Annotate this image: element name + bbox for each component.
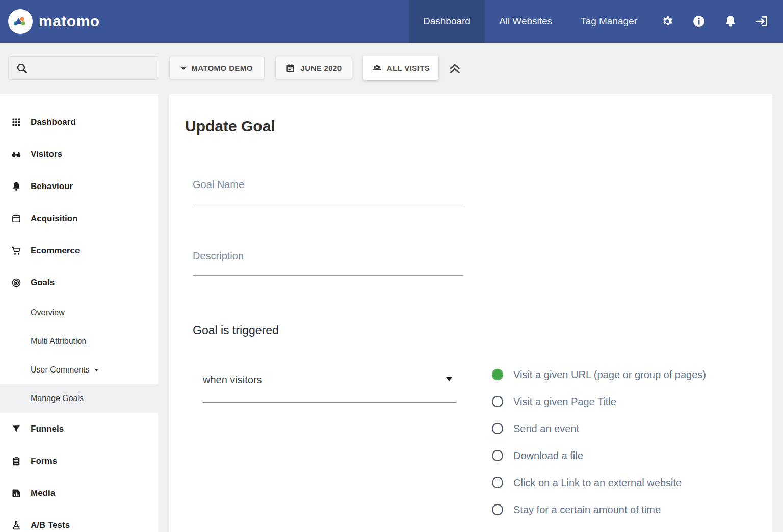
sidebar-item-visitors[interactable]: Visitors bbox=[0, 138, 158, 170]
matomo-logo-icon bbox=[8, 9, 33, 34]
date-range-button[interactable]: JUNE 2020 bbox=[275, 57, 352, 79]
select-caret-icon bbox=[446, 377, 452, 381]
sidebar-label: A/B Tests bbox=[31, 520, 70, 530]
site-selector-button[interactable]: MATOMO DEMO bbox=[169, 57, 265, 79]
radio-unselected-icon[interactable] bbox=[492, 450, 503, 461]
all-visits-people-icon bbox=[372, 63, 382, 73]
radio-label: Visit a given URL (page or group of page… bbox=[513, 369, 706, 381]
bell-icon bbox=[11, 181, 21, 192]
segment-label: ALL VISITS bbox=[387, 64, 430, 72]
sidebar-label: Forms bbox=[31, 456, 57, 466]
flask-icon bbox=[11, 520, 21, 530]
description-underline bbox=[193, 275, 463, 276]
search-icon bbox=[16, 62, 28, 74]
media-chart-icon bbox=[11, 488, 21, 498]
sidebar-sub-label: Manage Goals bbox=[31, 394, 84, 403]
radio-unselected-icon[interactable] bbox=[492, 396, 503, 407]
sidebar-subitem-manage-goals[interactable]: Manage Goals bbox=[0, 384, 158, 413]
radio-label: Visit a given Page Title bbox=[513, 396, 616, 408]
site-selector-label: MATOMO DEMO bbox=[191, 64, 253, 72]
sidebar-label: Dashboard bbox=[31, 117, 76, 127]
date-range-label: JUNE 2020 bbox=[300, 64, 342, 72]
chevron-down-icon bbox=[94, 369, 98, 371]
left-sidebar: Dashboard Visitors Behaviour Acquisition bbox=[0, 94, 158, 532]
sidebar-label: Goals bbox=[31, 278, 55, 288]
radio-option-download-file[interactable]: Download a file bbox=[492, 449, 583, 462]
sidebar-item-goals[interactable]: Goals bbox=[0, 267, 158, 299]
sidebar-item-dashboard[interactable]: Dashboard bbox=[0, 106, 158, 138]
page-title: Update Goal bbox=[185, 118, 275, 135]
sidebar-item-media[interactable]: Media bbox=[0, 477, 158, 509]
sidebar-item-ab-tests[interactable]: A/B Tests bbox=[0, 509, 158, 532]
clipboard-icon bbox=[11, 456, 21, 466]
sidebar-item-acquisition[interactable]: Acquisition bbox=[0, 202, 158, 234]
radio-unselected-icon[interactable] bbox=[492, 477, 503, 488]
grid-icon bbox=[11, 117, 21, 127]
binoculars-icon bbox=[11, 149, 21, 159]
target-icon bbox=[11, 278, 21, 288]
sidebar-item-funnels[interactable]: Funnels bbox=[0, 413, 158, 445]
sidebar-item-behaviour[interactable]: Behaviour bbox=[0, 170, 158, 202]
search-input[interactable] bbox=[8, 56, 158, 80]
trigger-select-underline bbox=[203, 402, 456, 403]
nav-tag-manager[interactable]: Tag Manager bbox=[566, 0, 651, 43]
segment-selector-button[interactable]: ALL VISITS bbox=[363, 56, 438, 80]
collapse-chevrons-icon[interactable] bbox=[448, 61, 462, 75]
radio-label: Click on a Link to an external website bbox=[513, 477, 682, 489]
sidebar-label: Ecommerce bbox=[31, 246, 80, 256]
notifications-bell-icon[interactable] bbox=[715, 0, 746, 43]
radio-label: Download a file bbox=[513, 450, 583, 462]
radio-option-page-title[interactable]: Visit a given Page Title bbox=[492, 395, 616, 408]
radio-unselected-icon[interactable] bbox=[492, 504, 503, 515]
radio-selected-icon[interactable] bbox=[492, 369, 503, 380]
sidebar-subitem-overview[interactable]: Overview bbox=[0, 299, 158, 327]
calendar-icon bbox=[285, 63, 295, 73]
chevron-down-icon bbox=[181, 67, 186, 70]
sidebar-sub-label: Overview bbox=[31, 308, 65, 317]
sidebar-label: Funnels bbox=[31, 424, 64, 434]
trigger-type-value: when visitors bbox=[203, 374, 262, 385]
radio-option-time-on-site[interactable]: Stay for a certain amount of time bbox=[492, 503, 661, 516]
info-icon[interactable] bbox=[683, 0, 715, 43]
goal-name-underline bbox=[193, 204, 463, 204]
top-navbar: matomo Dashboard All Websites Tag Manage… bbox=[0, 0, 783, 43]
radio-unselected-icon[interactable] bbox=[492, 423, 503, 434]
nav-dashboard[interactable]: Dashboard bbox=[409, 0, 485, 43]
sidebar-item-forms[interactable]: Forms bbox=[0, 445, 158, 477]
sidebar-subitem-multi-attribution[interactable]: Multi Attribution bbox=[0, 327, 158, 356]
radio-label: Send an event bbox=[513, 423, 579, 435]
goal-triggered-heading: Goal is triggered bbox=[193, 324, 279, 337]
radio-label: Stay for a certain amount of time bbox=[513, 504, 661, 516]
sign-out-icon[interactable] bbox=[746, 0, 778, 43]
funnel-icon bbox=[11, 424, 21, 434]
radio-option-external-link[interactable]: Click on a Link to an external website bbox=[492, 476, 682, 489]
radio-option-visit-url[interactable]: Visit a given URL (page or group of page… bbox=[492, 368, 706, 381]
browser-window-icon bbox=[11, 214, 21, 224]
sidebar-label: Behaviour bbox=[31, 181, 73, 192]
brand-name: matomo bbox=[39, 13, 100, 30]
sidebar-label: Media bbox=[31, 488, 55, 498]
sidebar-sub-label: Multi Attribution bbox=[31, 337, 86, 346]
sidebar-sub-label: User Comments bbox=[31, 365, 90, 375]
matomo-logo[interactable]: matomo bbox=[0, 9, 100, 34]
radio-option-send-event[interactable]: Send an event bbox=[492, 422, 579, 435]
main-content-card: Update Goal Goal Name Description Goal i… bbox=[169, 94, 772, 532]
settings-gear-icon[interactable] bbox=[651, 0, 683, 43]
description-field[interactable]: Description bbox=[193, 250, 244, 262]
goal-name-field[interactable]: Goal Name bbox=[193, 179, 244, 191]
sidebar-label: Visitors bbox=[31, 149, 62, 159]
shopping-cart-icon bbox=[11, 246, 21, 256]
sidebar-item-ecommerce[interactable]: Ecommerce bbox=[0, 234, 158, 267]
trigger-type-select[interactable]: when visitors bbox=[203, 374, 456, 386]
sidebar-label: Acquisition bbox=[31, 214, 78, 224]
nav-all-websites[interactable]: All Websites bbox=[485, 0, 566, 43]
sidebar-subitem-user-comments[interactable]: User Comments bbox=[0, 356, 158, 384]
